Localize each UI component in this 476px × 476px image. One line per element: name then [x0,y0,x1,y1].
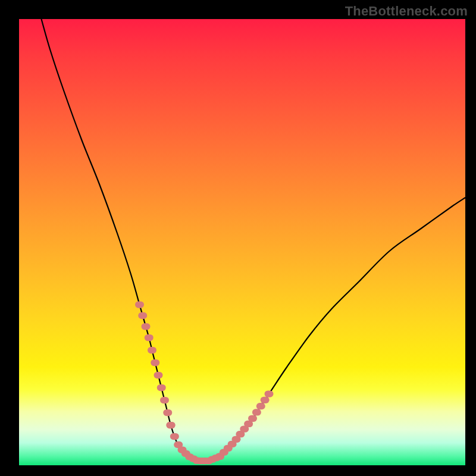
watermark-text: TheBottleneck.com [345,4,468,19]
curve-dot [148,347,156,353]
curve-dot [151,359,159,366]
curve-dot [142,323,151,330]
curve-dot [256,403,265,409]
curve-dot [138,312,147,319]
curve-dot [145,334,154,341]
curve-dot [167,422,176,428]
curve-dot [163,409,172,416]
curve-dot [252,409,261,415]
data-dots [135,301,274,464]
bottleneck-curve-path [42,19,466,461]
plot-area [19,19,465,465]
curve-dot [154,372,163,378]
chart-frame: TheBottleneck.com [0,0,476,476]
curve-dot [135,301,144,308]
curve-dot [261,397,270,403]
bottleneck-curve-svg [19,19,465,465]
curve-dot [157,384,166,391]
curve-dot [170,433,179,440]
curve-dot [265,390,274,397]
curve-dot [248,415,257,422]
curve-dot [160,397,169,403]
